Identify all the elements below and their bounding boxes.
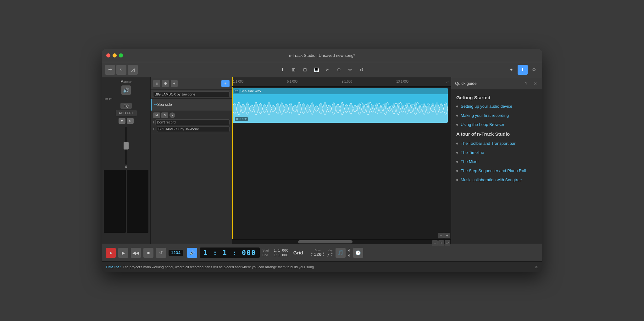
quick-guide-help-button[interactable]: ? (523, 80, 530, 87)
main-content: Master 🔊 -inf -inf EQ ADD EFX M S 0 (102, 77, 542, 244)
speaker-icon: 🔊 (121, 85, 131, 95)
waveform-icon: 〜 (154, 102, 157, 107)
scroll-end-controls: − + ⤢ (431, 240, 451, 247)
guide-item-loop-browser[interactable]: Using the Loop Browser (456, 122, 537, 127)
end-value: 1:1:000 (274, 253, 288, 257)
guide-link-mixer[interactable]: The Mixer (461, 159, 479, 164)
scroll-plus-button[interactable]: + (438, 240, 444, 246)
timeline-tracks[interactable]: 7S Sea side.wav // Generate random-loo (232, 87, 451, 239)
track-input-select[interactable]: BIG JAMBOX by Jawbone (153, 91, 230, 97)
track-add-button[interactable]: + (171, 80, 178, 87)
guide-link-step-sequencer[interactable]: The Step Sequencer and Piano Roll (461, 168, 526, 173)
click-count: 1234 (171, 251, 181, 255)
transport-speaker: 🔊 (187, 248, 197, 258)
play-button[interactable]: ▶ (118, 248, 128, 258)
stop-button[interactable]: ■ (143, 248, 153, 258)
settings-button[interactable]: ⚙ (529, 65, 539, 75)
mixer-button[interactable]: ⊞ (289, 65, 299, 75)
track-expand-button[interactable]: + (221, 80, 230, 87)
timeline-ruler: 1:1:000 5:1:000 9:1:000 13:1:000 ⤢ (232, 77, 451, 87)
guide-item-timeline[interactable]: The Timeline (456, 150, 537, 155)
upload-button[interactable]: ⬆ (518, 65, 528, 75)
info-button[interactable]: ℹ (277, 65, 287, 75)
guide-link-timeline[interactable]: The Timeline (461, 150, 484, 155)
guide-link-songtree[interactable]: Music collaboration with Songtree (461, 177, 522, 182)
track-record-mode-select[interactable]: Don't record (155, 119, 230, 125)
track-settings-button[interactable]: ⚙ (162, 80, 169, 87)
piano-button[interactable]: 🎹 (311, 65, 321, 75)
quick-guide-close-button[interactable]: ✕ (532, 80, 538, 87)
guide-link-toolbar[interactable]: The Toolbar and Transport bar (461, 141, 516, 146)
add-efx-button[interactable]: ADD EFX (116, 110, 136, 116)
key-down-button[interactable]: ▼ (330, 254, 333, 257)
track-output-select[interactable]: BIG JAMBOX by Jawbone (157, 126, 230, 132)
loop-button[interactable]: ↺ (156, 248, 166, 258)
record-tool-button[interactable]: ⊕ (334, 65, 344, 75)
title-bar: n-Track Studio | Unsaved new song* (102, 49, 542, 62)
minimize-button[interactable] (113, 53, 117, 57)
track-input-bar: BIG JAMBOX by Jawbone (151, 90, 232, 99)
clock-button[interactable]: 🕐 (353, 248, 363, 258)
eq-button[interactable]: EQ (120, 103, 132, 109)
guide-item-audio-device[interactable]: Setting up your audio device (456, 104, 537, 109)
bpm-dec-button[interactable]: ▼ (322, 254, 325, 257)
select-tool-button[interactable]: ↖ (116, 65, 126, 75)
guide-item-mixer[interactable]: The Mixer (456, 159, 537, 164)
record-button[interactable]: ● (106, 248, 116, 258)
guide-item-step-sequencer[interactable]: The Step Sequencer and Piano Roll (456, 168, 537, 173)
timeline-scrollbar[interactable]: − + ⤢ (232, 239, 451, 244)
fader-thumb[interactable] (124, 142, 129, 150)
status-text: The project's main working panel, where … (123, 265, 314, 269)
status-close-button[interactable]: ✕ (535, 264, 538, 269)
toolbar: ✛ ↖ ◿ ℹ ⊞ ⊟ 🎹 ✂ ⊕ ✏ ↺ ✦ ⬆ ⚙ (102, 62, 542, 77)
maximize-button[interactable] (119, 53, 123, 57)
time-sig-top: 4 (348, 248, 351, 253)
click-track-counter: 1234 (169, 250, 183, 256)
master-solo-button[interactable]: S (127, 118, 134, 124)
zoom-in-button[interactable]: + (444, 233, 450, 238)
fade-tool-button[interactable]: ◿ (128, 65, 138, 75)
fader-track (125, 127, 127, 165)
scroll-expand-button[interactable]: ⤢ (445, 240, 450, 246)
audio-clip[interactable]: 7S Sea side.wav // Generate random-loo (232, 88, 448, 123)
pencil-button[interactable]: ✏ (345, 65, 355, 75)
track-mute-button[interactable]: M (153, 112, 160, 118)
track-list-button[interactable]: ≡ (153, 80, 160, 87)
track-solo-button[interactable]: S (161, 112, 168, 118)
move-tool-button[interactable]: ✛ (105, 65, 115, 75)
timeline-expand-button[interactable]: ⤢ (443, 77, 451, 87)
status-label: Timeline: (106, 265, 121, 269)
master-fader[interactable] (125, 127, 127, 165)
stretch-ratio: 0.92x (240, 117, 247, 121)
transport-monitor-button[interactable]: 🔊 (187, 248, 197, 258)
bpm-section: Bpm ▲ ▼ 120 ▲ ▼ (311, 249, 325, 257)
quick-guide-header: Quick guide ? ✕ (451, 77, 542, 90)
start-label: Start (262, 249, 271, 252)
guide-item-toolbar[interactable]: The Toolbar and Transport bar (456, 141, 537, 146)
grid-button[interactable]: ⊟ (300, 65, 310, 75)
guide-link-loop-browser[interactable]: Using the Loop Browser (461, 122, 504, 127)
track-record-button[interactable]: ● (169, 112, 175, 118)
scroll-minus-button[interactable]: − (432, 240, 438, 246)
guide-link-audio-device[interactable]: Setting up your audio device (461, 104, 512, 109)
guide-item-songtree[interactable]: Music collaboration with Songtree (456, 177, 537, 182)
sparkle-button[interactable]: ✦ (506, 65, 516, 75)
master-mute-button[interactable]: M (119, 118, 125, 124)
clip-tool-button[interactable]: ✂ (323, 65, 333, 75)
fader-value: 0 (125, 165, 127, 169)
scrollbar-thumb[interactable] (298, 240, 353, 243)
bpm-down-button[interactable]: ▼ (311, 254, 313, 257)
undo-button[interactable]: ↺ (357, 65, 367, 75)
guide-item-first-recording[interactable]: Making your first recording (456, 113, 537, 118)
guide-link-first-recording[interactable]: Making your first recording (461, 113, 509, 118)
metronome-button[interactable]: 🎵 (336, 248, 346, 258)
rewind-button[interactable]: ◀◀ (131, 248, 141, 258)
bpm-arrows-right: ▲ ▼ (322, 252, 325, 257)
counter-display: 1 : 1 : 000 (203, 249, 256, 257)
zoom-out-button[interactable]: − (438, 233, 444, 238)
track-ms-row: M S ● (153, 112, 230, 118)
transport-start-row: Start 1:1:000 (262, 248, 288, 253)
output-label: O (153, 128, 156, 131)
close-button[interactable] (106, 53, 110, 57)
bpm-value: 120 (314, 252, 322, 257)
